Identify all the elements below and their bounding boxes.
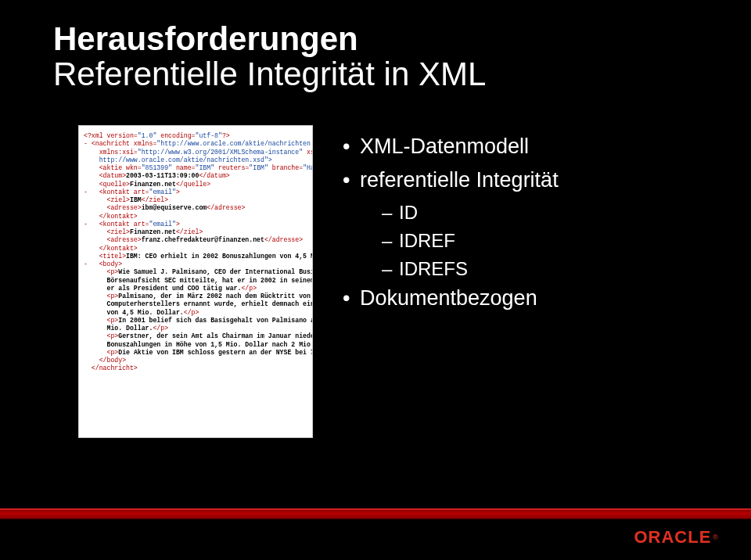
xml-code-panel: <?xml version="1.0" encoding="utf-8"?> -… bbox=[78, 125, 313, 438]
bullet-id: ID bbox=[343, 202, 559, 224]
slide: Herausforderungen Referentielle Integrit… bbox=[0, 0, 751, 560]
bullet-referentielle-integritaet: referentielle Integrität bbox=[343, 168, 559, 192]
title-block: Herausforderungen Referentielle Integrit… bbox=[53, 22, 486, 92]
bullet-idrefs: IDREFS bbox=[343, 258, 559, 280]
bullet-idref: IDREF bbox=[343, 230, 559, 252]
bullet-xml-datenmodell: XML-Datenmodell bbox=[343, 135, 559, 159]
logo-text: ORACLE bbox=[634, 527, 711, 547]
xml-code: <?xml version="1.0" encoding="utf-8"?> -… bbox=[84, 132, 307, 373]
title-line2: Referentielle Integrität in XML bbox=[53, 56, 486, 92]
logo-registered-icon: ® bbox=[713, 533, 718, 541]
footer-bar bbox=[0, 508, 751, 519]
bullet-dokumentbezogen: Dokumentbezogen bbox=[343, 286, 559, 311]
bullet-list: XML-Datenmodell referentielle Integrität… bbox=[343, 135, 559, 320]
oracle-logo: ORACLE® bbox=[634, 527, 718, 547]
title-line1: Herausforderungen bbox=[53, 22, 486, 56]
